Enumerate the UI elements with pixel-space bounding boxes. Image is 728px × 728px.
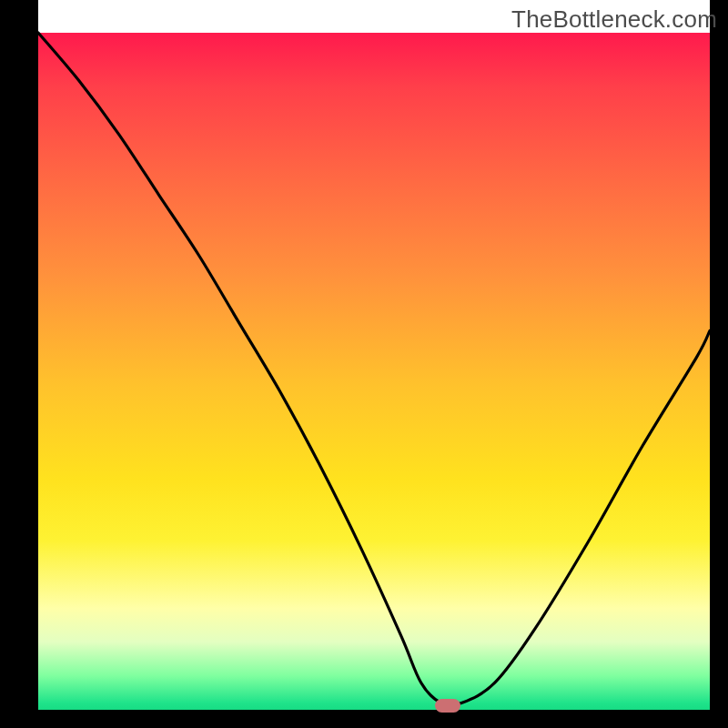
bottleneck-chart: TheBottleneck.com (0, 0, 728, 728)
curve-svg (0, 0, 728, 728)
plot-area (0, 0, 728, 728)
bottleneck-curve-path (38, 33, 710, 705)
optimal-marker (435, 699, 460, 713)
watermark-text: TheBottleneck.com (511, 5, 717, 34)
